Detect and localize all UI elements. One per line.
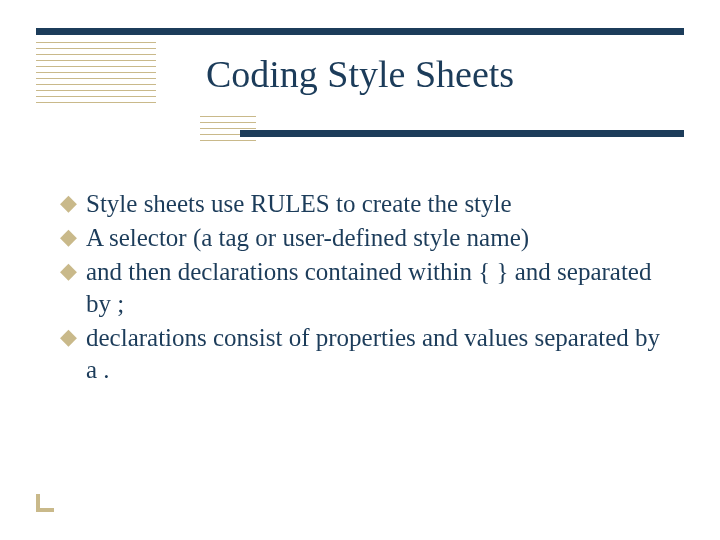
- corner-decoration-icon: [36, 494, 54, 512]
- mid-rule: [240, 130, 684, 137]
- diamond-bullet-icon: ◆: [60, 322, 86, 353]
- list-item: ◆ and then declarations contained within…: [60, 256, 670, 320]
- bullet-text: and then declarations contained within {…: [86, 256, 670, 320]
- bullet-text: Style sheets use RULES to create the sty…: [86, 188, 670, 220]
- top-rule: [36, 28, 684, 35]
- list-item: ◆ Style sheets use RULES to create the s…: [60, 188, 670, 220]
- diamond-bullet-icon: ◆: [60, 188, 86, 219]
- bullet-text: A selector (a tag or user-defined style …: [86, 222, 670, 254]
- list-item: ◆ A selector (a tag or user-defined styl…: [60, 222, 670, 254]
- list-item: ◆ declarations consist of properties and…: [60, 322, 670, 386]
- bullet-list: ◆ Style sheets use RULES to create the s…: [60, 188, 670, 388]
- diamond-bullet-icon: ◆: [60, 256, 86, 287]
- diamond-bullet-icon: ◆: [60, 222, 86, 253]
- bullet-text: declarations consist of properties and v…: [86, 322, 670, 386]
- slide-title: Coding Style Sheets: [0, 52, 720, 96]
